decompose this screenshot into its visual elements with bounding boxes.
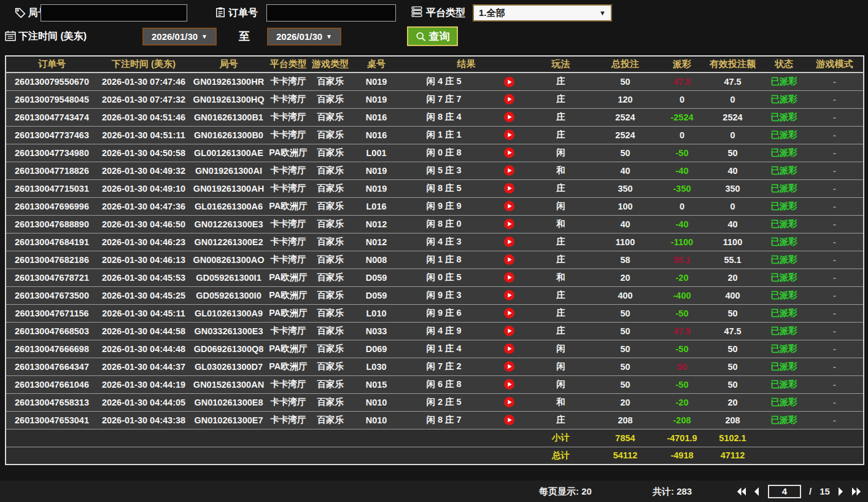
cell-platform-type: PA欧洲厅 [268, 304, 309, 322]
cell-game-mode: - [806, 233, 864, 251]
cell-valid-bet: 350 [703, 179, 762, 197]
cell-valid-bet: 20 [703, 393, 762, 411]
play-icon[interactable] [504, 379, 514, 390]
cell-bet-type: 庄 [532, 179, 590, 197]
cell-bet-time: 2026-01-30 04:46:23 [98, 233, 190, 251]
cell-table-number: N019 [352, 90, 401, 108]
cell-result: 闲 0 庄 8 [401, 144, 487, 162]
header-status: 状态 [762, 56, 806, 73]
play-icon[interactable] [504, 94, 514, 104]
date-range-to-label: 至 [239, 29, 250, 43]
play-icon[interactable] [504, 237, 514, 247]
header-game-type: 游戏类型 [309, 56, 352, 73]
cell-replay [487, 90, 532, 108]
cell-payout: -2524 [661, 108, 703, 126]
cell-game-type: 百家乐 [309, 340, 352, 358]
cell-valid-bet: 0 [703, 90, 762, 108]
cell-valid-bet: 40 [703, 215, 762, 233]
cell-platform-type: 卡卡湾厅 [268, 411, 309, 429]
cell-order-number: 260130047664347 [6, 358, 98, 375]
cell-status: 已派彩 [762, 322, 806, 340]
cell-game-mode: - [806, 322, 864, 340]
play-icon[interactable] [504, 308, 514, 318]
play-icon[interactable] [504, 290, 514, 300]
cell-table-number: D059 [352, 286, 401, 304]
cell-total-bet: 2524 [590, 126, 661, 144]
play-icon[interactable] [504, 201, 514, 211]
play-icon[interactable] [504, 147, 514, 158]
order-number-input[interactable] [266, 4, 396, 22]
search-button[interactable]: 查询 [407, 26, 458, 46]
date-to-picker[interactable]: 2026/01/30 ▼ [267, 28, 341, 45]
cell-table-number: N016 [352, 108, 401, 126]
cell-total-bet: 40 [590, 162, 661, 179]
grand-total-total-bet: 54112 [590, 447, 661, 465]
cell-game-mode: - [806, 269, 864, 286]
play-icon[interactable] [504, 112, 514, 122]
bet-records-table: 订单号 下注时间 (美东) 局号 平台类型 游戏类型 桌号 结果 玩法 总投注 … [5, 55, 864, 465]
cell-round-number: GN008261300AO [190, 251, 268, 269]
cell-bet-time: 2026-01-30 04:44:48 [98, 340, 190, 358]
platform-type-select[interactable]: 1.全部 ▼ [473, 4, 612, 22]
cell-total-bet: 50 [590, 340, 661, 358]
cell-table-number: N016 [352, 126, 401, 144]
header-order-number: 订单号 [6, 56, 98, 73]
play-icon[interactable] [504, 272, 514, 283]
cell-platform-type: 卡卡湾厅 [268, 162, 309, 179]
play-icon[interactable] [504, 397, 514, 407]
cell-platform-type: 卡卡湾厅 [268, 233, 309, 251]
cell-status: 已派彩 [762, 375, 806, 393]
cell-status: 已派彩 [762, 90, 806, 108]
play-icon[interactable] [504, 361, 514, 372]
play-icon[interactable] [504, 343, 514, 354]
page-number-input[interactable] [768, 485, 801, 498]
table-header: 订单号 下注时间 (美东) 局号 平台类型 游戏类型 桌号 结果 玩法 总投注 … [6, 56, 864, 73]
cell-platform-type: PA欧洲厅 [268, 269, 309, 286]
next-page-button[interactable] [838, 487, 844, 496]
cell-round-number: GN010261300E7 [190, 411, 268, 429]
play-icon[interactable] [504, 254, 514, 265]
last-page-button[interactable] [852, 487, 861, 496]
cell-valid-bet: 50 [703, 304, 762, 322]
cell-bet-type: 庄 [532, 322, 590, 340]
cell-table-number: N012 [352, 215, 401, 233]
cell-bet-type: 和 [532, 269, 590, 286]
grand-total-valid-bet: 47112 [703, 447, 762, 465]
cell-result: 闲 5 庄 3 [401, 162, 487, 179]
date-from-picker[interactable]: 2026/01/30 ▼ [142, 28, 217, 45]
play-icon[interactable] [504, 77, 514, 87]
play-icon[interactable] [504, 415, 514, 425]
cell-bet-time: 2026-01-30 04:44:58 [98, 322, 190, 340]
cell-game-type: 百家乐 [309, 126, 352, 144]
play-icon[interactable] [504, 165, 514, 176]
cell-order-number: 260130047715031 [6, 179, 98, 197]
table-body: 2601300795506702026-01-30 07:47:46GN0192… [6, 73, 864, 429]
cell-payout: -400 [661, 286, 703, 304]
play-icon[interactable] [504, 219, 514, 229]
table-row: 2601300795480452026-01-30 07:47:32GN0192… [6, 90, 864, 108]
cell-status: 已派彩 [762, 393, 806, 411]
cell-payout: 55.1 [661, 251, 703, 269]
header-round-number: 局号 [190, 56, 268, 73]
cell-bet-time: 2026-01-30 04:46:50 [98, 215, 190, 233]
cell-bet-type: 闲 [532, 358, 590, 375]
cell-bet-time: 2026-01-30 04:45:11 [98, 304, 190, 322]
cell-payout: 47.5 [661, 322, 703, 340]
play-icon[interactable] [504, 326, 514, 336]
prev-page-button[interactable] [754, 487, 760, 496]
play-icon[interactable] [504, 130, 514, 140]
play-icon[interactable] [504, 183, 514, 194]
header-valid-bet: 有效投注额 [703, 56, 762, 73]
cell-replay [487, 269, 532, 286]
cell-replay [487, 73, 532, 90]
table-row: 2601300476643472026-01-30 04:44:37GL0302… [6, 358, 864, 375]
cell-table-number: D069 [352, 340, 401, 358]
cell-valid-bet: 55.1 [703, 251, 762, 269]
round-number-input[interactable] [41, 4, 187, 22]
cell-valid-bet: 2524 [703, 108, 762, 126]
first-page-button[interactable] [737, 487, 746, 496]
tag-icon [15, 7, 26, 18]
cell-status: 已派彩 [762, 126, 806, 144]
cell-status: 已派彩 [762, 215, 806, 233]
table-row: 2601300476610462026-01-30 04:44:19GN0152… [6, 375, 864, 393]
